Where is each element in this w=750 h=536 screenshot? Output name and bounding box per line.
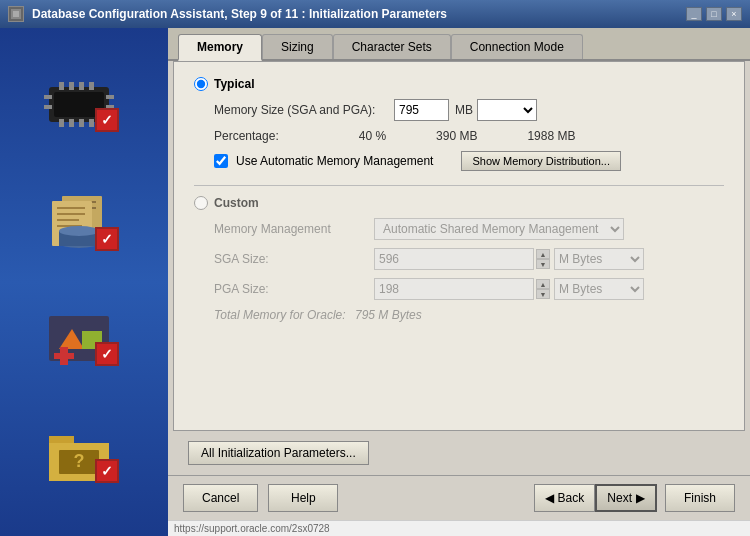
list-item: ? ✓ [24, 418, 144, 498]
next-chevron-icon: ▶ [636, 491, 645, 505]
left-panel: ✓ [0, 28, 168, 536]
list-item: ✓ [24, 301, 144, 381]
pga-unit-select[interactable]: M Bytes [554, 278, 644, 300]
tab-bar: Memory Sizing Character Sets Connection … [168, 28, 750, 61]
svg-rect-9 [59, 119, 64, 127]
back-button[interactable]: ◀ Back [534, 484, 596, 512]
content-area: Typical Memory Size (SGA and PGA): MB Pe… [173, 61, 745, 431]
use-auto-label: Use Automatic Memory Management [236, 154, 433, 168]
footer: Cancel Help ◀ Back Next ▶ Finish [168, 475, 750, 520]
help-button[interactable]: Help [268, 484, 338, 512]
check-icon: ✓ [95, 459, 119, 483]
bottom-action-area: All Initialization Parameters... [168, 431, 750, 475]
total-value: 795 M Bytes [355, 308, 422, 322]
percentage-value: 40 % [359, 129, 386, 143]
footer-right: ◀ Back Next ▶ Finish [534, 484, 735, 512]
memory-management-row: Memory Management Automatic Shared Memor… [194, 218, 724, 240]
custom-radio-label[interactable]: Custom [194, 196, 724, 210]
divider [194, 185, 724, 186]
percentage-row: Percentage: 40 % 390 MB 1988 MB [194, 129, 724, 143]
svg-rect-11 [79, 119, 84, 127]
list-item: ✓ [24, 184, 144, 264]
init-params-button[interactable]: All Initialization Parameters... [188, 441, 369, 465]
sga-unit-select[interactable]: M Bytes [554, 248, 644, 270]
check-icon: ✓ [95, 342, 119, 366]
memory-management-select[interactable]: Automatic Shared Memory Management [374, 218, 624, 240]
svg-rect-7 [79, 82, 84, 90]
typical-radio[interactable] [194, 77, 208, 91]
svg-rect-5 [59, 82, 64, 90]
memory-size-unit: MB [455, 103, 473, 117]
memory-size-row: Memory Size (SGA and PGA): MB [194, 99, 724, 121]
custom-label: Custom [214, 196, 259, 210]
list-item: ✓ [24, 67, 144, 147]
total-memory-row: Total Memory for Oracle: 795 M Bytes [194, 308, 724, 322]
use-auto-checkbox[interactable] [214, 154, 228, 168]
right-panel: Memory Sizing Character Sets Connection … [168, 28, 750, 536]
max-value: 1988 MB [527, 129, 575, 143]
next-button[interactable]: Next ▶ [595, 484, 657, 512]
check-icon: ✓ [95, 108, 119, 132]
svg-text:?: ? [74, 451, 85, 471]
svg-rect-10 [69, 119, 74, 127]
svg-rect-15 [106, 95, 114, 99]
svg-rect-8 [89, 82, 94, 90]
memory-size-label: Memory Size (SGA and PGA): [214, 103, 394, 117]
total-label: Total Memory for Oracle: [214, 308, 346, 322]
svg-rect-2 [13, 11, 19, 17]
pga-up-button[interactable]: ▲ [536, 279, 550, 289]
sga-up-button[interactable]: ▲ [536, 249, 550, 259]
svg-rect-14 [44, 105, 52, 109]
maximize-button[interactable]: □ [706, 7, 722, 21]
memory-management-label: Memory Management [214, 222, 374, 236]
custom-group: Custom Memory Management Automatic Share… [194, 196, 724, 322]
nav-group: ◀ Back Next ▶ [534, 484, 657, 512]
typical-label: Typical [214, 77, 254, 91]
typical-radio-label[interactable]: Typical [194, 77, 724, 91]
svg-point-28 [59, 226, 99, 236]
url-text: https://support.oracle.com/2sx0728 [174, 523, 330, 534]
pga-down-button[interactable]: ▼ [536, 289, 550, 299]
footer-left: Cancel Help [183, 484, 338, 512]
auto-memory-row: Use Automatic Memory Management Show Mem… [194, 151, 724, 171]
tab-character-sets[interactable]: Character Sets [333, 34, 451, 59]
pga-size-input[interactable] [374, 278, 534, 300]
svg-rect-12 [89, 119, 94, 127]
window-controls: _ □ × [686, 7, 742, 21]
svg-rect-33 [60, 347, 68, 365]
show-distribution-button[interactable]: Show Memory Distribution... [461, 151, 621, 171]
tab-sizing[interactable]: Sizing [262, 34, 333, 59]
tab-memory[interactable]: Memory [178, 34, 262, 61]
svg-rect-24 [57, 219, 79, 221]
main-container: ✓ [0, 28, 750, 536]
svg-rect-22 [57, 207, 85, 209]
window-title: Database Configuration Assistant, Step 9… [32, 7, 686, 21]
sga-size-label: SGA Size: [214, 252, 374, 266]
close-button[interactable]: × [726, 7, 742, 21]
minimize-button[interactable]: _ [686, 7, 702, 21]
url-bar: https://support.oracle.com/2sx0728 [168, 520, 750, 536]
custom-radio[interactable] [194, 196, 208, 210]
check-icon: ✓ [95, 227, 119, 251]
svg-rect-13 [44, 95, 52, 99]
tab-connection-mode[interactable]: Connection Mode [451, 34, 583, 59]
cancel-button[interactable]: Cancel [183, 484, 258, 512]
finish-button[interactable]: Finish [665, 484, 735, 512]
pga-size-row: PGA Size: ▲ ▼ M Bytes [194, 278, 724, 300]
pga-size-label: PGA Size: [214, 282, 374, 296]
svg-rect-23 [57, 213, 85, 215]
title-bar: Database Configuration Assistant, Step 9… [0, 0, 750, 28]
sga-size-row: SGA Size: ▲ ▼ M Bytes [194, 248, 724, 270]
back-chevron-icon: ◀ [545, 491, 554, 505]
sga-down-button[interactable]: ▼ [536, 259, 550, 269]
memory-size-select[interactable] [477, 99, 537, 121]
typical-group: Typical Memory Size (SGA and PGA): MB Pe… [194, 77, 724, 171]
pga-spinner: ▲ ▼ [536, 279, 550, 299]
min-value: 390 MB [436, 129, 477, 143]
sga-size-input[interactable] [374, 248, 534, 270]
app-icon [8, 6, 24, 22]
svg-rect-6 [69, 82, 74, 90]
percentage-label: Percentage: [214, 129, 279, 143]
memory-size-input[interactable] [394, 99, 449, 121]
sga-spinner: ▲ ▼ [536, 249, 550, 269]
